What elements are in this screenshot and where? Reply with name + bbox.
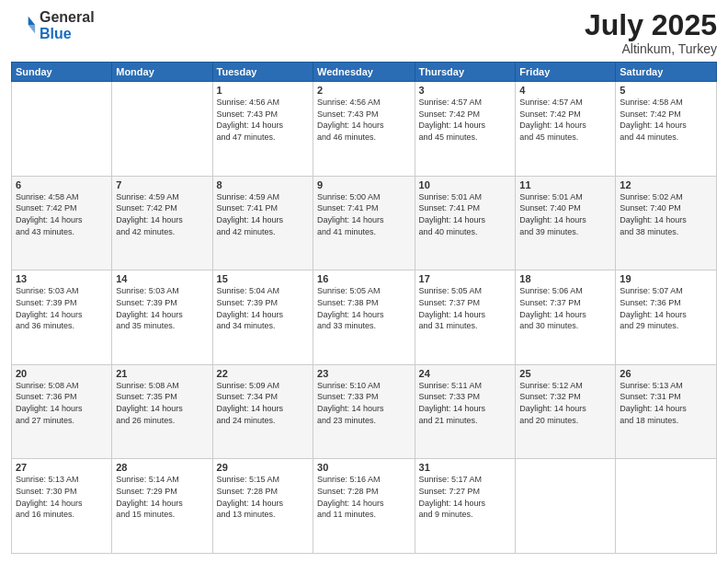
day-info: Sunrise: 5:05 AM Sunset: 7:38 PM Dayligh… bbox=[317, 286, 384, 330]
day-number: 30 bbox=[317, 462, 410, 473]
logo-icon bbox=[11, 13, 37, 39]
calendar-cell: 24Sunrise: 5:11 AM Sunset: 7:33 PM Dayli… bbox=[415, 364, 516, 459]
day-info: Sunrise: 4:59 AM Sunset: 7:41 PM Dayligh… bbox=[217, 192, 284, 236]
day-info: Sunrise: 4:58 AM Sunset: 7:42 PM Dayligh… bbox=[620, 98, 687, 142]
day-info: Sunrise: 5:03 AM Sunset: 7:39 PM Dayligh… bbox=[16, 286, 83, 330]
day-number: 5 bbox=[620, 85, 712, 96]
week-row-1: 1Sunrise: 4:56 AM Sunset: 7:43 PM Daylig… bbox=[12, 82, 717, 177]
logo-text: General Blue bbox=[40, 9, 95, 41]
day-number: 12 bbox=[620, 179, 712, 190]
day-number: 21 bbox=[116, 368, 208, 379]
day-info: Sunrise: 4:56 AM Sunset: 7:43 PM Dayligh… bbox=[317, 98, 384, 142]
day-number: 3 bbox=[419, 85, 512, 96]
calendar-cell: 11Sunrise: 5:01 AM Sunset: 7:40 PM Dayli… bbox=[516, 176, 616, 270]
day-number: 16 bbox=[317, 273, 410, 284]
day-number: 6 bbox=[16, 179, 108, 190]
day-info: Sunrise: 5:15 AM Sunset: 7:28 PM Dayligh… bbox=[217, 475, 284, 519]
day-number: 10 bbox=[419, 179, 512, 190]
col-monday: Monday bbox=[112, 63, 212, 82]
calendar-cell: 8Sunrise: 4:59 AM Sunset: 7:41 PM Daylig… bbox=[212, 176, 313, 270]
calendar-cell bbox=[112, 82, 212, 177]
day-number: 14 bbox=[116, 273, 208, 284]
calendar-cell: 15Sunrise: 5:04 AM Sunset: 7:39 PM Dayli… bbox=[212, 270, 313, 365]
logo: General Blue bbox=[11, 9, 95, 41]
day-number: 4 bbox=[519, 85, 611, 96]
day-number: 25 bbox=[519, 368, 611, 379]
day-info: Sunrise: 5:07 AM Sunset: 7:36 PM Dayligh… bbox=[620, 286, 687, 330]
calendar-cell: 3Sunrise: 4:57 AM Sunset: 7:42 PM Daylig… bbox=[415, 82, 516, 177]
calendar-table: Sunday Monday Tuesday Wednesday Thursday… bbox=[11, 62, 717, 554]
calendar-cell: 26Sunrise: 5:13 AM Sunset: 7:31 PM Dayli… bbox=[616, 364, 717, 459]
svg-marker-0 bbox=[28, 16, 35, 24]
day-info: Sunrise: 4:59 AM Sunset: 7:42 PM Dayligh… bbox=[116, 192, 183, 236]
day-number: 1 bbox=[217, 85, 309, 96]
calendar-cell: 12Sunrise: 5:02 AM Sunset: 7:40 PM Dayli… bbox=[616, 176, 717, 270]
col-sunday: Sunday bbox=[12, 63, 112, 82]
calendar-cell: 20Sunrise: 5:08 AM Sunset: 7:36 PM Dayli… bbox=[12, 364, 112, 459]
day-info: Sunrise: 5:03 AM Sunset: 7:39 PM Dayligh… bbox=[116, 286, 183, 330]
week-row-2: 6Sunrise: 4:58 AM Sunset: 7:42 PM Daylig… bbox=[12, 176, 717, 270]
day-info: Sunrise: 4:57 AM Sunset: 7:42 PM Dayligh… bbox=[519, 98, 586, 142]
calendar-cell: 19Sunrise: 5:07 AM Sunset: 7:36 PM Dayli… bbox=[616, 270, 717, 365]
day-number: 22 bbox=[217, 368, 309, 379]
day-info: Sunrise: 4:57 AM Sunset: 7:42 PM Dayligh… bbox=[419, 98, 486, 142]
day-number: 28 bbox=[116, 462, 208, 473]
col-saturday: Saturday bbox=[616, 63, 717, 82]
day-info: Sunrise: 5:13 AM Sunset: 7:31 PM Dayligh… bbox=[620, 381, 687, 425]
day-number: 20 bbox=[16, 368, 108, 379]
day-info: Sunrise: 5:09 AM Sunset: 7:34 PM Dayligh… bbox=[217, 381, 284, 425]
month-title: July 2025 bbox=[585, 9, 717, 41]
calendar-cell: 10Sunrise: 5:01 AM Sunset: 7:41 PM Dayli… bbox=[415, 176, 516, 270]
calendar-cell: 13Sunrise: 5:03 AM Sunset: 7:39 PM Dayli… bbox=[12, 270, 112, 365]
col-tuesday: Tuesday bbox=[212, 63, 313, 82]
day-info: Sunrise: 5:06 AM Sunset: 7:37 PM Dayligh… bbox=[519, 286, 586, 330]
week-row-3: 13Sunrise: 5:03 AM Sunset: 7:39 PM Dayli… bbox=[12, 270, 717, 365]
day-number: 31 bbox=[419, 462, 512, 473]
day-number: 23 bbox=[317, 368, 410, 379]
day-number: 13 bbox=[16, 273, 108, 284]
logo-blue: Blue bbox=[40, 26, 95, 42]
day-info: Sunrise: 5:16 AM Sunset: 7:28 PM Dayligh… bbox=[317, 475, 384, 519]
calendar-cell: 4Sunrise: 4:57 AM Sunset: 7:42 PM Daylig… bbox=[516, 82, 616, 177]
day-info: Sunrise: 5:02 AM Sunset: 7:40 PM Dayligh… bbox=[620, 192, 687, 236]
day-number: 27 bbox=[16, 462, 108, 473]
col-wednesday: Wednesday bbox=[313, 63, 415, 82]
calendar-cell: 31Sunrise: 5:17 AM Sunset: 7:27 PM Dayli… bbox=[415, 459, 516, 554]
day-info: Sunrise: 4:58 AM Sunset: 7:42 PM Dayligh… bbox=[16, 192, 83, 236]
day-info: Sunrise: 5:08 AM Sunset: 7:36 PM Dayligh… bbox=[16, 381, 83, 425]
calendar-cell: 21Sunrise: 5:08 AM Sunset: 7:35 PM Dayli… bbox=[112, 364, 212, 459]
calendar-cell: 30Sunrise: 5:16 AM Sunset: 7:28 PM Dayli… bbox=[313, 459, 415, 554]
calendar-cell: 18Sunrise: 5:06 AM Sunset: 7:37 PM Dayli… bbox=[516, 270, 616, 365]
day-number: 18 bbox=[519, 273, 611, 284]
day-number: 24 bbox=[419, 368, 512, 379]
week-row-4: 20Sunrise: 5:08 AM Sunset: 7:36 PM Dayli… bbox=[12, 364, 717, 459]
calendar-cell: 28Sunrise: 5:14 AM Sunset: 7:29 PM Dayli… bbox=[112, 459, 212, 554]
calendar-cell: 7Sunrise: 4:59 AM Sunset: 7:42 PM Daylig… bbox=[112, 176, 212, 270]
day-number: 11 bbox=[519, 179, 611, 190]
location-subtitle: Altinkum, Turkey bbox=[585, 41, 717, 56]
day-info: Sunrise: 5:05 AM Sunset: 7:37 PM Dayligh… bbox=[419, 286, 486, 330]
day-info: Sunrise: 5:11 AM Sunset: 7:33 PM Dayligh… bbox=[419, 381, 486, 425]
day-number: 29 bbox=[217, 462, 309, 473]
calendar-header-row: Sunday Monday Tuesday Wednesday Thursday… bbox=[12, 63, 717, 82]
day-info: Sunrise: 5:01 AM Sunset: 7:40 PM Dayligh… bbox=[519, 192, 586, 236]
day-info: Sunrise: 5:13 AM Sunset: 7:30 PM Dayligh… bbox=[16, 475, 83, 519]
day-info: Sunrise: 5:01 AM Sunset: 7:41 PM Dayligh… bbox=[419, 192, 486, 236]
col-friday: Friday bbox=[516, 63, 616, 82]
calendar-cell: 23Sunrise: 5:10 AM Sunset: 7:33 PM Dayli… bbox=[313, 364, 415, 459]
calendar-cell: 25Sunrise: 5:12 AM Sunset: 7:32 PM Dayli… bbox=[516, 364, 616, 459]
day-info: Sunrise: 5:12 AM Sunset: 7:32 PM Dayligh… bbox=[519, 381, 586, 425]
day-number: 2 bbox=[317, 85, 410, 96]
col-thursday: Thursday bbox=[415, 63, 516, 82]
day-info: Sunrise: 5:17 AM Sunset: 7:27 PM Dayligh… bbox=[419, 475, 486, 519]
day-number: 26 bbox=[620, 368, 712, 379]
calendar-cell: 27Sunrise: 5:13 AM Sunset: 7:30 PM Dayli… bbox=[12, 459, 112, 554]
calendar-cell: 29Sunrise: 5:15 AM Sunset: 7:28 PM Dayli… bbox=[212, 459, 313, 554]
day-number: 19 bbox=[620, 273, 712, 284]
calendar-cell: 2Sunrise: 4:56 AM Sunset: 7:43 PM Daylig… bbox=[313, 82, 415, 177]
day-number: 7 bbox=[116, 179, 208, 190]
day-number: 9 bbox=[317, 179, 410, 190]
day-info: Sunrise: 5:08 AM Sunset: 7:35 PM Dayligh… bbox=[116, 381, 183, 425]
calendar-cell: 5Sunrise: 4:58 AM Sunset: 7:42 PM Daylig… bbox=[616, 82, 717, 177]
day-info: Sunrise: 5:14 AM Sunset: 7:29 PM Dayligh… bbox=[116, 475, 183, 519]
